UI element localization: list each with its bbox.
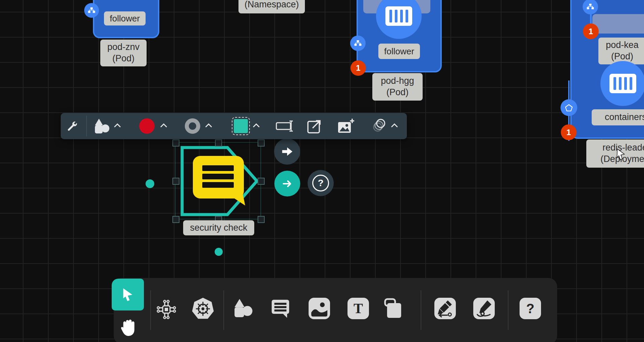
container-circle-icon (376, 0, 422, 39)
node-pod-hgg[interactable]: follower (357, 0, 442, 72)
node-inner-label: follower (104, 11, 146, 25)
cursor-icon (120, 287, 136, 302)
arrow-right-icon (281, 177, 294, 190)
selection-handle[interactable] (258, 139, 265, 147)
chevron-up-icon[interactable] (160, 123, 167, 128)
caption-line: pod-znv (107, 42, 140, 53)
network-tool[interactable] (155, 298, 177, 321)
arrow-right-icon (280, 145, 294, 159)
context-toolbar (61, 113, 407, 139)
chevron-up-icon[interactable] (205, 123, 212, 128)
caption-line: (Pod) (386, 87, 409, 98)
help-button[interactable]: ? (308, 170, 334, 196)
k8s-diagram-canvas: { "colors": { "teal_accent": "#1fc2ae", … (0, 0, 644, 342)
panel-redis-leader[interactable]: pod-kea (Pod) containers. (570, 0, 644, 139)
caption-line: (Pod) (112, 53, 135, 64)
panel-header-band (592, 14, 644, 34)
text-tool[interactable]: T (347, 298, 369, 319)
hierarchy-badge-icon[interactable] (84, 3, 99, 18)
kubernetes-wheel-icon (191, 297, 215, 321)
chevron-up-icon[interactable] (114, 123, 121, 128)
pan-hand-tool[interactable] (118, 315, 138, 338)
shapes-tool[interactable] (232, 298, 254, 319)
selection-bounding-box (175, 142, 261, 219)
connector-pen-tool[interactable] (434, 298, 456, 319)
count-badge[interactable]: 1 (351, 60, 366, 76)
caption-line: security check (190, 222, 247, 234)
namespace-caption: (Namespace) (238, 0, 305, 13)
connection-point-dot[interactable] (215, 248, 223, 256)
text-tool-glyph: T (354, 300, 363, 317)
chevron-up-icon[interactable] (253, 123, 260, 128)
toolbar-divider (421, 290, 421, 330)
layers-icon[interactable] (369, 118, 387, 134)
comment-tool[interactable] (270, 298, 291, 319)
question-mark-icon: ? (312, 175, 329, 191)
fill-color-swatch[interactable] (139, 118, 155, 134)
selection-handle[interactable] (172, 178, 179, 185)
caption-line: pod-hgg (381, 75, 414, 87)
stroke-color-swatch[interactable] (185, 118, 200, 134)
cursor-tool[interactable] (112, 279, 144, 310)
container-bars-icon (609, 74, 636, 93)
shapes-button[interactable] (93, 118, 110, 135)
toolbar-divider (86, 116, 87, 136)
image-tool[interactable] (309, 298, 330, 319)
caption-line: pod-kea (606, 40, 639, 51)
mouse-cursor-icon (615, 148, 627, 162)
hand-icon (119, 316, 137, 337)
question-mark-icon: ? (526, 301, 534, 316)
containers-caption: containers. (592, 109, 644, 125)
style-swatch[interactable] (234, 119, 248, 133)
caption-line: (Pod) (611, 51, 633, 62)
container-bars-icon (385, 6, 412, 26)
selection-handle[interactable] (258, 216, 265, 223)
count-badge[interactable]: 1 (561, 124, 577, 140)
connection-point-dot[interactable] (146, 179, 154, 188)
node-pod-znv[interactable]: follower (93, 0, 159, 38)
note-tool[interactable] (382, 297, 404, 320)
pod-pentagon-badge-icon[interactable] (560, 99, 577, 116)
help-tool[interactable]: ? (520, 298, 541, 319)
container-circle-icon (600, 61, 644, 106)
caption-line: (Namespace) (245, 0, 299, 10)
rename-icon[interactable] (275, 120, 294, 132)
arrow-action-button[interactable] (274, 138, 300, 165)
open-external-icon[interactable] (306, 118, 322, 134)
node-caption-pod-kea: pod-kea (Pod) (598, 38, 644, 64)
selection-handle[interactable] (172, 216, 179, 223)
caption-line: containers. (605, 112, 644, 123)
toolbar-divider (508, 290, 508, 330)
selection-caption: security check (183, 220, 254, 235)
toolbar-divider (223, 290, 224, 330)
node-caption-pod-znv: pod-znv (Pod) (100, 40, 147, 66)
count-badge[interactable]: 1 (583, 23, 599, 39)
chevron-up-icon[interactable] (391, 123, 398, 128)
wrench-icon[interactable] (65, 119, 79, 133)
selection-handle[interactable] (258, 178, 265, 185)
add-image-icon[interactable] (337, 118, 355, 135)
hierarchy-badge-icon[interactable] (350, 36, 366, 51)
kubernetes-tool[interactable] (191, 297, 215, 321)
selection-handle[interactable] (172, 139, 179, 147)
connect-arrow-button[interactable] (274, 171, 300, 196)
node-inner-label: follower (378, 44, 420, 59)
freehand-pencil-tool[interactable] (473, 298, 495, 319)
node-caption-pod-hgg: pod-hgg (Pod) (372, 73, 423, 101)
selection-handle[interactable] (215, 139, 222, 147)
toolbar-divider (150, 290, 151, 330)
